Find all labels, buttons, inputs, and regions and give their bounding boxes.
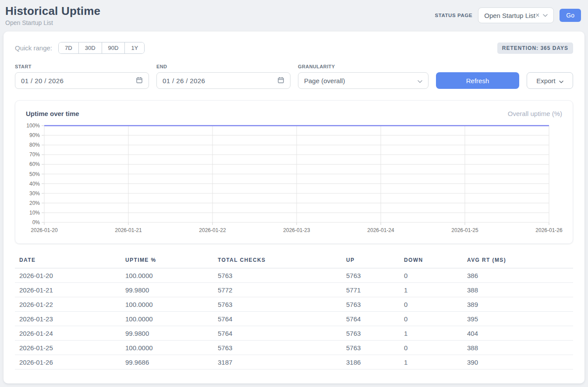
table-cell: 3186 (342, 355, 400, 369)
status-page-value: Open Startup List (484, 12, 535, 19)
chevron-down-icon (543, 14, 548, 17)
svg-text:70%: 70% (29, 151, 40, 158)
table-cell: 5764 (213, 312, 342, 326)
quick-range-1y-button[interactable]: 1Y (124, 42, 144, 53)
export-button[interactable]: Export (527, 72, 573, 89)
svg-text:20%: 20% (29, 200, 40, 206)
table-cell: 0 (400, 312, 463, 326)
topbar-right: STATUS PAGE Open Startup List × Go (435, 7, 581, 23)
start-date-value: 01 / 20 / 2026 (21, 77, 64, 84)
table-cell: 1 (400, 355, 463, 369)
column-header: AVG RT (MS) (463, 253, 573, 268)
start-date-input[interactable]: 01 / 20 / 2026 (15, 72, 149, 89)
svg-text:2026-01-26: 2026-01-26 (535, 227, 563, 233)
table-cell: 2026-01-23 (15, 312, 121, 326)
table-cell: 5763 (213, 297, 342, 312)
go-button[interactable]: Go (560, 9, 581, 22)
start-date-field: START 01 / 20 / 2026 (15, 64, 149, 89)
table-cell: 5763 (213, 341, 342, 355)
table-cell: 2026-01-20 (15, 268, 121, 283)
end-date-field: END 01 / 26 / 2026 (156, 64, 290, 89)
table-row: 2026-01-23100.0000576457640395 (15, 312, 573, 326)
svg-text:40%: 40% (29, 181, 40, 187)
quick-range-7d-button[interactable]: 7D (59, 42, 78, 53)
topbar: Historical Uptime Open Startup List STAT… (0, 0, 588, 27)
table-cell: 2026-01-21 (15, 283, 121, 297)
table-cell: 5771 (342, 283, 400, 297)
table-cell: 0 (400, 297, 463, 312)
quick-range-group: 7D 30D 90D 1Y (58, 42, 145, 54)
table-cell: 2026-01-22 (15, 297, 121, 312)
table-cell: 0 (400, 268, 463, 283)
table-cell: 5763 (342, 326, 400, 341)
quick-range-90d-button[interactable]: 90D (102, 42, 125, 53)
calendar-icon[interactable] (136, 77, 143, 85)
chart-legend: Overall uptime (%) (508, 110, 562, 117)
svg-text:2026-01-24: 2026-01-24 (367, 227, 394, 233)
uptime-line-chart: 0%10%20%30%40%50%60%70%80%90%100%2026-01… (15, 122, 573, 236)
granularity-value: Page (overall) (304, 77, 345, 84)
status-page-label: STATUS PAGE (435, 13, 472, 18)
table-cell: 5764 (213, 326, 342, 341)
table-cell: 5763 (213, 268, 342, 283)
table-row: 2026-01-25100.0000576357630388 (15, 341, 573, 355)
table-row: 2026-01-2499.9800576457631404 (15, 326, 573, 341)
svg-text:30%: 30% (29, 190, 40, 197)
svg-text:80%: 80% (29, 142, 40, 148)
granularity-select[interactable]: Page (overall) (298, 72, 429, 89)
svg-text:50%: 50% (29, 171, 40, 177)
table-cell: 386 (463, 268, 573, 283)
chevron-down-icon (418, 77, 422, 84)
table-cell: 100.0000 (121, 297, 213, 312)
table-cell: 1 (400, 326, 463, 341)
export-label: Export (536, 77, 555, 84)
svg-text:90%: 90% (29, 132, 40, 138)
table-row: 2026-01-2699.9686318731861390 (15, 355, 573, 369)
refresh-button[interactable]: Refresh (436, 72, 519, 89)
svg-text:10%: 10% (29, 210, 40, 216)
table-row: 2026-01-22100.0000576357630389 (15, 297, 573, 312)
clear-icon[interactable]: × (535, 12, 539, 19)
calendar-icon[interactable] (277, 77, 284, 85)
uptime-table: DATEUPTIME %TOTAL CHECKSUPDOWNAVG RT (MS… (15, 253, 573, 369)
table-cell: 100.0000 (121, 312, 213, 326)
granularity-label: GRANULARITY (298, 64, 429, 69)
table-row: 2026-01-2199.9800577257711388 (15, 283, 573, 297)
table-cell: 395 (463, 312, 573, 326)
table-cell: 99.9800 (121, 326, 213, 341)
quick-range-label: Quick range: (15, 44, 52, 52)
column-header: DOWN (400, 253, 463, 268)
table-cell: 2026-01-25 (15, 341, 121, 355)
start-label: START (15, 64, 149, 69)
table-cell: 389 (463, 297, 573, 312)
svg-text:2026-01-25: 2026-01-25 (451, 227, 478, 233)
title-block: Historical Uptime Open Startup List (5, 4, 100, 26)
table-cell: 2026-01-26 (15, 355, 121, 369)
quick-range-30d-button[interactable]: 30D (78, 42, 102, 53)
chart-header: Uptime over time Overall uptime (%) (15, 101, 573, 122)
table-cell: 100.0000 (121, 341, 213, 355)
table-header-row: DATEUPTIME %TOTAL CHECKSUPDOWNAVG RT (MS… (15, 253, 573, 268)
uptime-chart-card: Uptime over time Overall uptime (%) 0%10… (15, 100, 573, 244)
chart-title: Uptime over time (26, 110, 79, 117)
table-cell: 99.9686 (121, 355, 213, 369)
page-title: Historical Uptime (5, 4, 100, 18)
status-page-select[interactable]: Open Startup List × (478, 7, 554, 23)
end-date-input[interactable]: 01 / 26 / 2026 (156, 72, 290, 89)
column-header: TOTAL CHECKS (213, 253, 342, 268)
table-cell: 5763 (342, 341, 400, 355)
table-cell: 100.0000 (121, 268, 213, 283)
table-cell: 390 (463, 355, 573, 369)
retention-badge: RETENTION: 365 DAYS (497, 42, 573, 54)
page-subtitle: Open Startup List (5, 19, 100, 26)
column-header: DATE (15, 253, 121, 268)
svg-text:2026-01-23: 2026-01-23 (283, 227, 310, 233)
table-row: 2026-01-20100.0000576357630386 (15, 268, 573, 283)
main-panel: Quick range: 7D 30D 90D 1Y RETENTION: 36… (4, 32, 584, 383)
table-cell: 388 (463, 283, 573, 297)
svg-text:60%: 60% (29, 161, 40, 167)
quick-range-row: Quick range: 7D 30D 90D 1Y RETENTION: 36… (15, 42, 573, 54)
table-cell: 5772 (213, 283, 342, 297)
end-label: END (156, 64, 290, 69)
table-cell: 0 (400, 341, 463, 355)
